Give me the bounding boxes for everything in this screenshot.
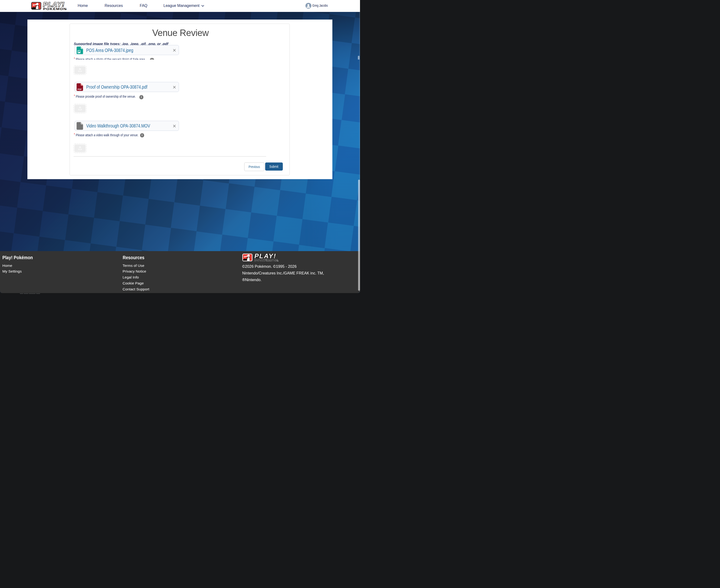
svg-text:TM: TM [65,9,67,10]
svg-text:POKÉMON: POKÉMON [43,7,67,10]
svg-text:POKÉMON: POKÉMON [254,259,278,261]
svg-text:TM: TM [277,261,278,261]
svg-text:PDF: PDF [78,88,82,90]
